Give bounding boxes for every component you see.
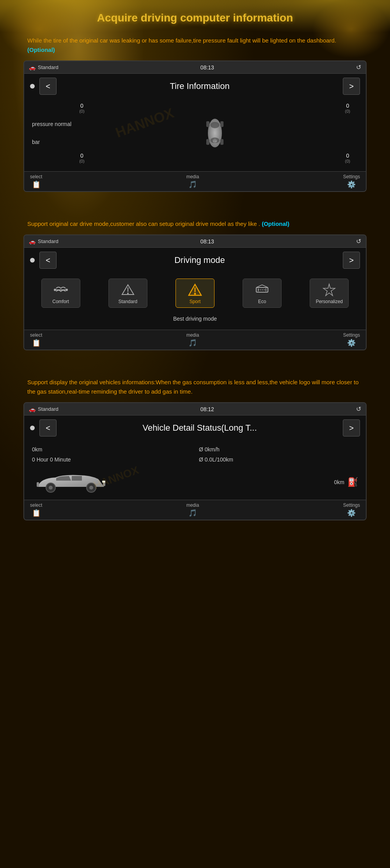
vehicle-prev-btn[interactable]: <	[39, 419, 57, 437]
vehicle-detail-screen: 🚗 Standard 08:12 ↺ < Vehicle Detail Stat…	[23, 402, 367, 520]
select-label3: select	[30, 502, 42, 508]
tire-prev-btn[interactable]: <	[39, 78, 57, 95]
svg-text:VW: VW	[213, 140, 217, 142]
svg-rect-28	[103, 482, 105, 486]
screen3-content: < Vehicle Detail Status(Long T... > 0km …	[24, 415, 366, 500]
screen1-content: < Tire Information > pressure normal bar…	[24, 74, 366, 171]
standard-icon	[120, 283, 136, 297]
radio-indicator	[30, 84, 35, 89]
fuel-distance: 0km	[334, 479, 344, 485]
driving-modes-row: Comfort Standard Sport	[24, 273, 366, 312]
settings-btn[interactable]: Settings ⚙️	[343, 174, 360, 189]
eco-icon	[254, 283, 270, 297]
media-icon2: 🎵	[188, 339, 197, 347]
driving-prev-btn[interactable]: <	[39, 252, 57, 269]
stat-distance: 0km	[32, 446, 191, 453]
select-btn3[interactable]: select 📋	[30, 502, 42, 517]
driving-next-btn[interactable]: >	[343, 252, 360, 269]
car-top-view: VW	[193, 115, 236, 151]
section2-description: Support original car drive mode,customer…	[0, 215, 390, 234]
vehicle-bottom-row: HANNOX	[24, 469, 366, 500]
svg-rect-7	[206, 139, 209, 145]
standard-label: Standard	[118, 299, 137, 304]
media-btn3[interactable]: media 🎵	[186, 502, 199, 517]
svg-point-24	[49, 486, 53, 490]
vehicle-next-btn[interactable]: >	[343, 419, 360, 437]
media-btn[interactable]: media 🎵	[186, 174, 199, 189]
select-icon3: 📋	[32, 509, 41, 517]
section1-description: While the tire of the original car was l…	[0, 32, 390, 60]
mode-standard-btn[interactable]: Standard	[108, 279, 147, 308]
settings-btn2[interactable]: Settings ⚙️	[343, 332, 360, 347]
media-label3: media	[186, 502, 199, 508]
select-icon2: 📋	[32, 339, 41, 347]
screen2-footer: select 📋 media 🎵 Settings ⚙️	[24, 330, 366, 350]
tire-nav-row: < Tire Information >	[24, 74, 366, 99]
screen2-header: 🚗 Standard 08:13 ↺	[24, 235, 366, 248]
radio-indicator3	[30, 426, 35, 430]
driving-nav-row: < Driving mode >	[24, 248, 366, 273]
car-side-view	[32, 470, 110, 494]
tire-top-right: 0 (0)	[345, 103, 350, 114]
driving-mode-screen: 🚗 Standard 08:13 ↺ < Driving mode >	[23, 234, 367, 350]
tire-screen-title: Tire Information	[170, 81, 229, 91]
select-label: select	[30, 174, 42, 179]
tire-bottom-left: 0 (0)	[79, 153, 84, 163]
car-header-icon2: 🚗	[29, 238, 35, 245]
mode-personalized-btn[interactable]: Personalized	[310, 279, 349, 308]
select-btn2[interactable]: select 📋	[30, 332, 42, 347]
screen2-status: 🚗 Standard	[29, 238, 58, 245]
svg-rect-5	[206, 121, 209, 127]
tire-bottom-right: 0 (0)	[345, 153, 350, 163]
select-label2: select	[30, 332, 42, 338]
media-icon3: 🎵	[188, 509, 197, 517]
tire-next-btn[interactable]: >	[343, 78, 360, 95]
media-btn2[interactable]: media 🎵	[186, 332, 199, 347]
select-icon: 📋	[32, 180, 41, 189]
screen2-content: < Driving mode > Comfort	[24, 248, 366, 330]
svg-point-1	[210, 122, 219, 128]
svg-point-26	[89, 486, 93, 490]
fuel-status: 0km ⛽	[334, 477, 358, 487]
comfort-icon	[53, 283, 69, 297]
screen3-status-label: Standard	[38, 406, 58, 412]
tire-top-left: 0 (0)	[79, 103, 84, 114]
personalized-label: Personalized	[316, 299, 343, 304]
screen1-status-label: Standard	[38, 64, 58, 70]
select-btn[interactable]: select 📋	[30, 174, 42, 189]
tire-info-content: pressure normal bar HANNOX 0 (0) 0 (0)	[24, 99, 366, 171]
section3-description: Support display the original vehicles in…	[0, 374, 390, 402]
screen1-back-btn[interactable]: ↺	[356, 64, 361, 71]
screen1-time: 08:13	[200, 64, 214, 71]
pressure-label: pressure normal	[32, 121, 71, 127]
screen3-time: 08:12	[200, 406, 214, 412]
svg-point-14	[127, 293, 129, 294]
mode-sport-btn[interactable]: Sport	[176, 279, 214, 308]
svg-rect-8	[220, 139, 223, 145]
vehicle-screen-title: Vehicle Detail Status(Long T...	[142, 423, 257, 433]
settings-icon: ⚙️	[347, 180, 356, 189]
sport-icon	[187, 283, 203, 297]
mode-comfort-btn[interactable]: Comfort	[41, 279, 80, 308]
screen3-header: 🚗 Standard 08:12 ↺	[24, 403, 366, 415]
mode-eco-btn[interactable]: Eco	[243, 279, 282, 308]
car-header-icon: 🚗	[29, 64, 35, 71]
svg-point-10	[54, 289, 56, 291]
driving-screen-title: Driving mode	[174, 255, 225, 265]
screen3-back-btn[interactable]: ↺	[356, 405, 361, 413]
sport-label: Sport	[190, 299, 201, 304]
screen2-back-btn[interactable]: ↺	[356, 238, 361, 245]
screen2-time: 08:13	[200, 238, 214, 245]
radio-indicator2	[30, 258, 35, 263]
screen2-status-label: Standard	[38, 238, 58, 244]
svg-rect-29	[102, 481, 105, 483]
media-icon: 🎵	[188, 180, 197, 189]
vehicle-stats-grid: 0km Ø 0km/h 0 Hour 0 Minute Ø 0.0L/100km	[24, 440, 366, 469]
media-label2: media	[186, 332, 199, 338]
car-header-icon3: 🚗	[29, 406, 35, 412]
settings-icon2: ⚙️	[347, 339, 356, 347]
screen1-status: 🚗 Standard	[29, 64, 58, 71]
screen1-footer: select 📋 media 🎵 Settings ⚙️	[24, 171, 366, 191]
comfort-label: Comfort	[52, 299, 69, 304]
settings-btn3[interactable]: Settings ⚙️	[343, 502, 360, 517]
